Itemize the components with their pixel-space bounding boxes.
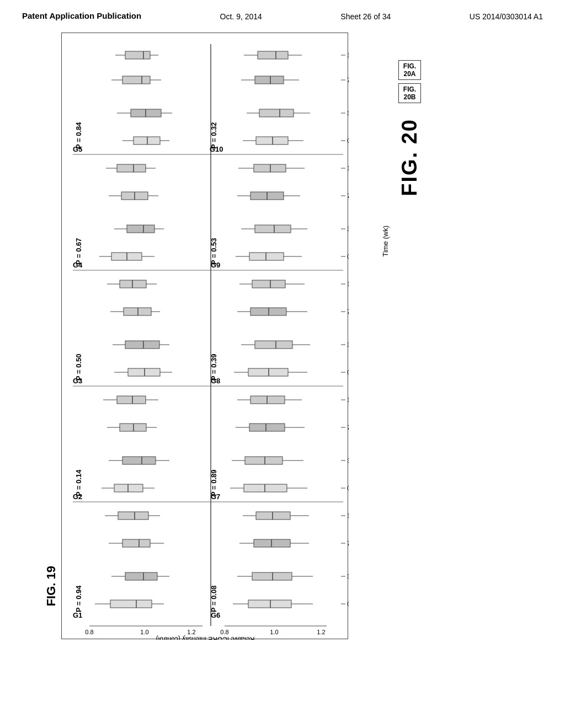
header-date: Oct. 9, 2014 bbox=[220, 10, 262, 21]
svg-rect-123 bbox=[118, 512, 148, 520]
boxplot-g2-wk3 bbox=[109, 457, 169, 464]
boxplot-g8-wk11 bbox=[239, 280, 305, 288]
svg-rect-165 bbox=[255, 341, 292, 349]
svg-text:G4: G4 bbox=[73, 261, 83, 269]
svg-text:G1: G1 bbox=[73, 611, 82, 619]
svg-rect-192 bbox=[248, 600, 291, 608]
svg-text:0: 0 bbox=[347, 137, 349, 144]
svg-rect-177 bbox=[245, 457, 282, 464]
boxplot-g7-wk7 bbox=[236, 424, 305, 431]
svg-text:G9: G9 bbox=[211, 261, 220, 269]
svg-text:11: 11 bbox=[347, 281, 349, 287]
svg-text:0: 0 bbox=[347, 485, 349, 491]
boxplot-g7-wk3 bbox=[232, 457, 303, 464]
boxplot-g7-wk11 bbox=[237, 396, 302, 404]
boxplot-g6-wk0 bbox=[233, 600, 313, 608]
svg-text:G2: G2 bbox=[73, 493, 82, 501]
boxplot-g5-wk0 bbox=[122, 137, 169, 144]
svg-rect-174 bbox=[249, 424, 285, 431]
svg-rect-186 bbox=[254, 539, 290, 547]
svg-text:7: 7 bbox=[347, 424, 349, 431]
svg-rect-87 bbox=[117, 164, 146, 172]
svg-text:0.8: 0.8 bbox=[85, 629, 93, 635]
svg-text:3: 3 bbox=[347, 573, 349, 580]
svg-text:G5: G5 bbox=[73, 145, 82, 153]
main-chart: 0.8 1.0 1.2 0.8 1.0 1.2 Relative iCORE i… bbox=[62, 33, 349, 640]
svg-text:G3: G3 bbox=[73, 377, 82, 385]
boxplot-g2-wk11 bbox=[103, 396, 158, 404]
svg-rect-189 bbox=[252, 572, 292, 580]
svg-text:0: 0 bbox=[347, 601, 349, 607]
svg-text:0: 0 bbox=[347, 369, 349, 376]
svg-rect-78 bbox=[122, 76, 150, 84]
boxplot-g9-wk0 bbox=[236, 253, 302, 260]
svg-text:11: 11 bbox=[347, 165, 349, 172]
boxplot-g3-wk7 bbox=[110, 308, 160, 315]
svg-text:1.2: 1.2 bbox=[317, 629, 325, 635]
svg-rect-108 bbox=[128, 368, 160, 376]
svg-text:1.2: 1.2 bbox=[187, 629, 195, 635]
boxplot-g10-wk11 bbox=[244, 51, 302, 59]
svg-rect-156 bbox=[249, 253, 284, 260]
svg-text:11: 11 bbox=[347, 52, 349, 58]
boxplot-g6-wk7 bbox=[239, 539, 309, 547]
svg-rect-126 bbox=[122, 539, 150, 547]
boxplot-g1-wk0 bbox=[95, 600, 164, 608]
svg-text:11: 11 bbox=[347, 512, 349, 519]
svg-rect-132 bbox=[110, 600, 152, 608]
fig20-big-label: FIG. 20 bbox=[398, 119, 422, 196]
svg-text:3: 3 bbox=[347, 457, 349, 464]
svg-rect-183 bbox=[256, 512, 290, 520]
boxplot-g1-wk11 bbox=[105, 512, 160, 520]
svg-text:11: 11 bbox=[347, 397, 349, 403]
boxplot-g4-wk3 bbox=[114, 225, 164, 233]
boxplot-g6-wk3 bbox=[237, 572, 313, 580]
fig20a-label: FIG. 20A bbox=[398, 60, 421, 80]
svg-rect-159 bbox=[252, 280, 285, 288]
boxplot-g2-wk7 bbox=[107, 424, 157, 431]
svg-rect-153 bbox=[255, 225, 291, 233]
boxplot-g9-wk7 bbox=[237, 192, 300, 200]
svg-rect-144 bbox=[256, 137, 288, 144]
svg-text:Relative iCORE intensity (cont: Relative iCORE intensity (control) bbox=[156, 635, 255, 640]
svg-rect-138 bbox=[255, 76, 284, 84]
boxplot-g2-wk0 bbox=[102, 484, 154, 492]
boxplot-g9-wk3 bbox=[241, 225, 307, 233]
svg-text:G6: G6 bbox=[211, 611, 220, 619]
svg-text:P = 0.08: P = 0.08 bbox=[210, 585, 218, 612]
svg-text:7: 7 bbox=[347, 77, 349, 83]
boxplot-g8-wk7 bbox=[237, 308, 307, 315]
boxplot-g8-wk0 bbox=[234, 368, 307, 376]
svg-rect-135 bbox=[258, 51, 288, 59]
svg-text:7: 7 bbox=[347, 192, 349, 199]
boxplot-g10-wk7 bbox=[241, 76, 299, 84]
boxplot-g3-wk0 bbox=[114, 368, 172, 376]
header-publication: Patent Application Publication bbox=[22, 10, 141, 22]
svg-text:7: 7 bbox=[347, 308, 349, 315]
boxplot-g5-wk3 bbox=[117, 109, 172, 117]
svg-rect-117 bbox=[122, 457, 156, 464]
boxplot-g10-wk0 bbox=[243, 137, 303, 144]
svg-rect-93 bbox=[127, 225, 154, 233]
svg-text:1.0: 1.0 bbox=[270, 629, 278, 635]
svg-rect-105 bbox=[125, 341, 159, 349]
svg-rect-168 bbox=[248, 368, 288, 376]
svg-text:P = 0.94: P = 0.94 bbox=[74, 585, 83, 612]
svg-rect-102 bbox=[124, 308, 151, 315]
boxplot-g3-wk11 bbox=[107, 280, 157, 288]
svg-text:G8: G8 bbox=[211, 377, 220, 385]
boxplot-g5-wk11 bbox=[115, 51, 158, 59]
svg-text:3: 3 bbox=[347, 341, 349, 348]
svg-text:3: 3 bbox=[347, 110, 349, 116]
svg-rect-171 bbox=[250, 396, 285, 404]
y-axis-label: Time (wk) bbox=[381, 226, 390, 257]
svg-text:0.8: 0.8 bbox=[220, 629, 228, 635]
svg-rect-141 bbox=[259, 109, 294, 117]
svg-rect-99 bbox=[120, 280, 146, 288]
boxplot-g5-wk7 bbox=[111, 76, 161, 84]
fig20b-label: FIG. 20B bbox=[398, 83, 421, 103]
svg-rect-180 bbox=[244, 484, 287, 492]
svg-text:3: 3 bbox=[347, 226, 349, 232]
header-patent: US 2014/0303014 A1 bbox=[470, 10, 543, 21]
fig19-label: FIG. 19 bbox=[44, 566, 58, 606]
